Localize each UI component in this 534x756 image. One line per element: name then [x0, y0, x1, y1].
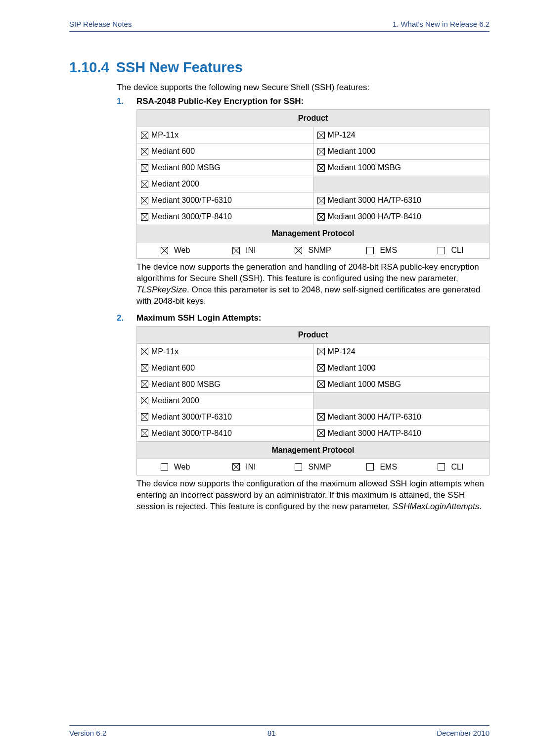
checkbox-icon: [366, 463, 374, 471]
product-label: Mediant 3000/TP-8410: [151, 429, 232, 438]
item2-table-wrap: Product MP-11xMP-124Mediant 600Mediant 1…: [136, 326, 490, 475]
mgmt-label: INI: [246, 246, 256, 255]
section-title-text: SSH New Features: [116, 59, 243, 75]
table-cell-right: Mediant 3000 HA/TP-8410: [317, 429, 486, 438]
mgmt-label: CLI: [451, 246, 463, 255]
mgmt-protocol-cell: EMS: [348, 246, 416, 255]
product-label: Mediant 600: [151, 147, 195, 156]
checkbox-icon: [141, 413, 148, 421]
header-left: SIP Release Notes: [69, 20, 132, 28]
checkbox-icon: [141, 181, 148, 188]
checkbox-icon: [232, 247, 240, 254]
list-item-1: 1. RSA-2048 Public-Key Encryption for SS…: [117, 96, 490, 106]
mgmt-label: Web: [174, 463, 190, 472]
footer-center: 81: [267, 729, 276, 737]
checkbox-icon: [438, 247, 445, 254]
checkbox-icon: [317, 380, 325, 388]
product-label: MP-11x: [151, 347, 178, 356]
table-cell-right: Mediant 1000 MSBG: [317, 163, 486, 172]
checkbox-icon: [317, 364, 325, 372]
item2-mgmt-header: Management Protocol: [137, 441, 490, 459]
checkbox-icon: [141, 348, 148, 355]
checkbox-icon: [317, 148, 325, 155]
checkbox-icon: [141, 380, 148, 388]
product-label: Mediant 1000: [328, 364, 376, 373]
table-cell-right-empty: [313, 392, 490, 409]
table-cell-left: Mediant 3000/TP-6310: [141, 413, 309, 422]
checkbox-icon: [161, 463, 168, 471]
table-cell-right: Mediant 3000 HA/TP-6310: [317, 413, 486, 422]
header-right: 1. What's New in Release 6.2: [393, 20, 490, 28]
table-cell-right: Mediant 3000 HA/TP-8410: [317, 212, 486, 221]
table-cell-right: Mediant 3000 HA/TP-6310: [317, 196, 486, 205]
mgmt-protocol-cell: INI: [210, 463, 278, 472]
mgmt-label: INI: [246, 463, 256, 472]
product-label: Mediant 3000 HA/TP-6310: [328, 196, 421, 205]
table-cell-left: Mediant 3000/TP-8410: [141, 212, 309, 221]
checkbox-icon: [295, 247, 302, 254]
product-label: Mediant 600: [151, 364, 195, 373]
checkbox-icon: [295, 463, 302, 471]
checkbox-icon: [141, 429, 148, 437]
mgmt-label: CLI: [451, 463, 463, 472]
mgmt-label: Web: [174, 246, 190, 255]
item2-paragraph: The device now supports the configuratio…: [136, 478, 490, 513]
item1-product-header: Product: [137, 110, 490, 127]
table-cell-left: MP-11x: [141, 347, 309, 356]
item1-title: RSA-2048 Public-Key Encryption for SSH:: [136, 96, 304, 106]
product-label: Mediant 2000: [151, 396, 199, 405]
mgmt-protocol-cell: CLI: [416, 463, 485, 472]
mgmt-protocol-cell: EMS: [348, 463, 416, 472]
checkbox-icon: [141, 132, 148, 139]
table-cell-left: Mediant 800 MSBG: [141, 163, 309, 172]
checkbox-icon: [141, 364, 148, 372]
mgmt-protocol-cell: Web: [141, 463, 210, 472]
footer-left: Version 6.2: [69, 729, 106, 737]
product-label: Mediant 3000/TP-6310: [151, 413, 232, 422]
table-cell-left: Mediant 3000/TP-8410: [141, 429, 309, 438]
checkbox-icon: [141, 397, 148, 404]
product-label: MP-11x: [151, 131, 178, 140]
product-label: MP-124: [328, 131, 356, 140]
checkbox-icon: [232, 463, 240, 471]
checkbox-icon: [141, 164, 148, 172]
checkbox-icon: [317, 164, 325, 172]
checkbox-icon: [317, 197, 325, 204]
product-label: Mediant 800 MSBG: [151, 163, 221, 172]
checkbox-icon: [317, 348, 325, 355]
checkbox-icon: [317, 429, 325, 437]
item2-product-table: Product MP-11xMP-124Mediant 600Mediant 1…: [136, 326, 490, 475]
mgmt-label: EMS: [380, 463, 397, 472]
table-cell-right-empty: [313, 176, 490, 192]
checkbox-icon: [141, 213, 148, 221]
table-cell-right: Mediant 1000 MSBG: [317, 380, 486, 389]
page-footer: Version 6.2 81 December 2010: [69, 725, 490, 737]
section-heading: 1.10.4SSH New Features: [69, 59, 490, 76]
page-header: SIP Release Notes 1. What's New in Relea…: [69, 20, 490, 32]
table-cell-left: Mediant 2000: [141, 180, 309, 189]
checkbox-icon: [438, 463, 445, 471]
table-cell-right: Mediant 1000: [317, 147, 486, 156]
mgmt-label: SNMP: [308, 246, 331, 255]
mgmt-protocol-cell: SNMP: [278, 246, 347, 255]
section-intro: The device supports the following new Se…: [117, 83, 490, 93]
item1-paragraph: The device now supports the generation a…: [136, 262, 490, 307]
table-cell-left: Mediant 600: [141, 147, 309, 156]
product-label: Mediant 3000 HA/TP-8410: [328, 429, 421, 438]
product-label: Mediant 1000: [328, 147, 376, 156]
product-label: MP-124: [328, 347, 356, 356]
checkbox-icon: [317, 132, 325, 139]
product-label: Mediant 3000 HA/TP-8410: [328, 212, 421, 221]
table-cell-left: Mediant 2000: [141, 396, 309, 405]
section-number: 1.10.4: [69, 59, 109, 75]
mgmt-protocol-cell: INI: [210, 246, 278, 255]
checkbox-icon: [366, 247, 374, 254]
item1-product-table: Product MP-11xMP-124Mediant 600Mediant 1…: [136, 109, 490, 259]
product-label: Mediant 3000/TP-6310: [151, 196, 232, 205]
item1-table-wrap: Product MP-11xMP-124Mediant 600Mediant 1…: [136, 109, 490, 259]
table-cell-right: MP-124: [317, 347, 486, 356]
checkbox-icon: [141, 148, 148, 155]
table-cell-left: Mediant 600: [141, 364, 309, 373]
item2-product-header: Product: [137, 326, 490, 343]
product-label: Mediant 800 MSBG: [151, 380, 221, 389]
